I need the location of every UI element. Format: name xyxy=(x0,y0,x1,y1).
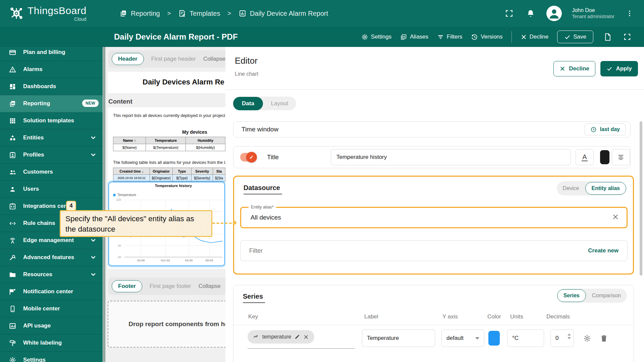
toggle-series[interactable]: Series xyxy=(557,289,586,302)
entity-alias-clear-button[interactable] xyxy=(612,213,619,222)
versions-button[interactable]: Versions xyxy=(471,34,502,41)
decline-button[interactable]: Decline xyxy=(521,34,549,40)
stepper-arrows[interactable] xyxy=(568,334,571,339)
export-report-button[interactable] xyxy=(602,32,613,43)
breadcrumb-current-report[interactable]: Daily Device Alarm Report xyxy=(238,9,328,17)
filters-button[interactable]: Filters xyxy=(437,34,462,41)
alarms-intro-text: The following table lists all alarms for… xyxy=(113,160,225,165)
sidebar-item-label: Settings xyxy=(23,357,97,362)
datasource-heading: Datasource xyxy=(244,184,280,192)
sidebar-item-advanced-features[interactable]: Advanced features xyxy=(0,249,103,266)
series-delete-button[interactable] xyxy=(600,334,608,344)
sidebar-item-customers[interactable]: Customers xyxy=(0,164,103,181)
report-header-preview[interactable]: Daily Devices Alarm Re xyxy=(108,72,225,93)
sidebar-item-white-labeling[interactable]: White labeling xyxy=(0,335,103,352)
devices-table-title: My devices xyxy=(182,129,207,135)
toggle-entity-alias[interactable]: Entity alias xyxy=(585,182,626,195)
breadcrumb-reporting[interactable]: Reporting xyxy=(119,9,160,17)
filter-field[interactable]: Filter Create new xyxy=(240,240,628,261)
sidebar-item-settings[interactable]: Settings xyxy=(0,352,103,362)
time-window-button[interactable]: last day xyxy=(585,123,626,135)
entity-alias-field-highlighted[interactable]: Entity alias* All devices xyxy=(240,207,628,228)
notifications-button[interactable] xyxy=(525,8,536,19)
breadcrumb: Reporting > Templates > Daily Device Ala… xyxy=(119,9,328,17)
antenna-icon xyxy=(9,237,16,244)
collapse-button[interactable]: Collapse xyxy=(199,283,221,290)
paint-roller-icon xyxy=(9,339,16,347)
report-content-preview[interactable]: This report lists all devices currently … xyxy=(108,107,225,269)
check-icon xyxy=(606,66,612,72)
collapse-button[interactable]: Collapse xyxy=(203,56,225,62)
brand[interactable]: ThingsBoard Cloud xyxy=(0,6,101,21)
series-label-input[interactable] xyxy=(362,329,435,347)
table-row: ${Name} ${Temperature} ${Humidity} xyxy=(113,144,225,151)
expand-button[interactable] xyxy=(622,32,633,42)
remove-key-icon[interactable] xyxy=(303,334,309,340)
font-style-icon: A xyxy=(582,154,587,161)
sidebar-item-alarms[interactable]: Alarms xyxy=(0,61,103,78)
col-y-axis: Y axis xyxy=(442,313,458,320)
footer-tabs: Footer First page footer Collapse xyxy=(108,278,225,295)
clock-icon xyxy=(590,126,597,133)
editor-decline-button[interactable]: Decline xyxy=(553,61,595,76)
aliases-button[interactable]: Aliases xyxy=(400,34,428,41)
user-info[interactable]: John Doe Tenant administrator xyxy=(572,7,614,20)
sidebar-item-label: Dashboards xyxy=(23,83,97,90)
footer-drop-zone[interactable]: Drop report components from here xyxy=(108,301,225,348)
sidebar-item-users[interactable]: Users xyxy=(0,181,103,198)
sidebar-scrollbar[interactable] xyxy=(103,27,106,362)
sidebar-item-reporting[interactable]: Reporting NEW xyxy=(0,95,103,112)
decline-label: Decline xyxy=(530,34,549,40)
x-tick: 04:00 xyxy=(185,259,193,262)
settings-label: Settings xyxy=(371,34,391,40)
more-menu-button[interactable] xyxy=(625,8,635,18)
units-input[interactable] xyxy=(507,329,544,347)
series-key-chip[interactable]: temperature xyxy=(248,330,314,344)
edit-pencil-icon[interactable] xyxy=(294,334,300,340)
editor-scrollbar[interactable] xyxy=(640,121,642,356)
folder-icon xyxy=(9,271,16,279)
avatar[interactable] xyxy=(546,6,562,21)
sidebar-item-label: Alarms xyxy=(23,66,97,73)
sidebar-item-notification-center[interactable]: Notification center xyxy=(0,283,103,300)
title-font-button[interactable]: A xyxy=(576,149,594,165)
sidebar: Home Plan and billing Alarms Dashboards … xyxy=(0,27,103,362)
fullscreen-button[interactable] xyxy=(503,8,515,19)
y-axis-value: default xyxy=(446,335,464,342)
sidebar-item-api-usage[interactable]: API usage xyxy=(0,317,103,335)
decimals-stepper[interactable]: 0 xyxy=(550,329,574,347)
tab-first-page-header[interactable]: First page header xyxy=(151,56,196,62)
series-color-swatch[interactable] xyxy=(488,331,500,346)
sidebar-item-dashboards[interactable]: Dashboards xyxy=(0,78,103,95)
y-axis-select[interactable]: default xyxy=(441,329,484,347)
title-toggle[interactable]: ✓ xyxy=(240,153,256,162)
create-new-filter-button[interactable]: Create new xyxy=(588,247,619,254)
sidebar-item-solution-templates[interactable]: Solution templates xyxy=(0,112,103,129)
sidebar-item-resources[interactable]: Resources xyxy=(0,266,103,283)
report-intro-text: This report lists all devices currently … xyxy=(113,113,225,118)
tab-first-page-footer[interactable]: First page footer xyxy=(150,283,191,290)
series-settings-button[interactable] xyxy=(583,334,591,344)
title-align-button[interactable] xyxy=(612,149,630,165)
breadcrumb-templates[interactable]: Templates xyxy=(178,9,220,17)
aliases-label: Aliases xyxy=(410,34,428,40)
toggle-device[interactable]: Device xyxy=(557,182,585,194)
tab-footer[interactable]: Footer xyxy=(112,280,142,292)
sidebar-item-profiles[interactable]: Profiles xyxy=(0,146,103,164)
sidebar-item-mobile-center[interactable]: Mobile center xyxy=(0,300,103,317)
title-color-button[interactable] xyxy=(596,149,614,165)
tab-data[interactable]: Data xyxy=(233,97,263,110)
content-section-label: Content xyxy=(108,98,132,105)
sidebar-item-entities[interactable]: Entities xyxy=(0,129,103,146)
tab-layout[interactable]: Layout xyxy=(263,97,296,110)
integrations-icon xyxy=(9,202,16,210)
tab-header[interactable]: Header xyxy=(112,53,144,65)
toggle-comparison[interactable]: Comparison xyxy=(586,290,627,302)
editor-apply-button[interactable]: Apply xyxy=(600,61,638,76)
notification-flag-icon xyxy=(9,288,16,296)
save-button[interactable]: Save xyxy=(557,31,593,43)
settings-button[interactable]: Settings xyxy=(361,34,391,41)
widget-title-input[interactable] xyxy=(331,149,571,165)
breadcrumb-label: Templates xyxy=(190,10,220,17)
versions-label: Versions xyxy=(481,34,502,40)
